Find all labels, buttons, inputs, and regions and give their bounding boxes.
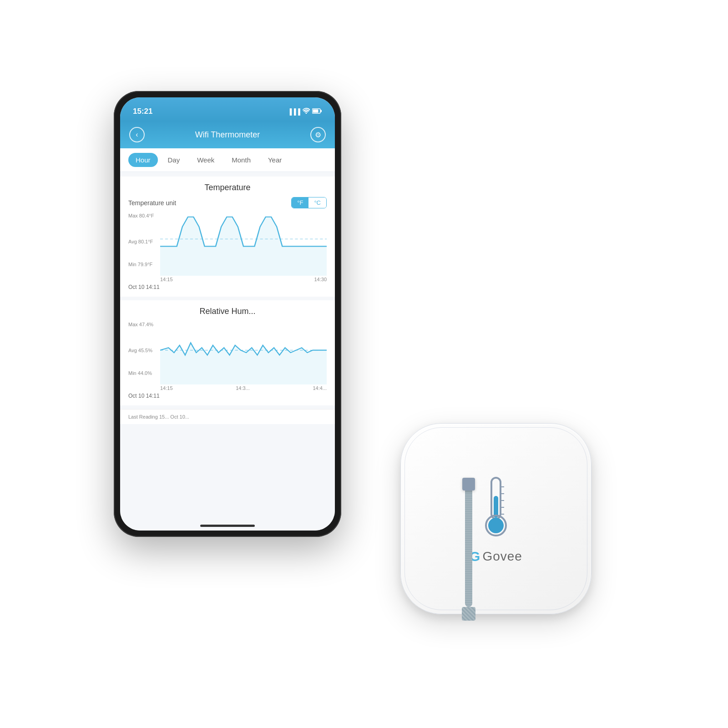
last-reading-bar: Last Reading 15... Oct 10... [120, 409, 335, 424]
svg-marker-4 [160, 217, 327, 276]
humidity-section: Relative Hum... Max 47.4% Avg 45.5% Min … [120, 300, 335, 405]
unit-label: Temperature unit [128, 199, 176, 207]
temp-max-label: Max 80.4°F [128, 213, 154, 218]
svg-rect-2 [313, 109, 318, 112]
temperature-chart-svg [160, 212, 327, 276]
temp-avg-label: Avg 80.1°F [128, 239, 153, 244]
temp-x-labels: 14:15 14:30 [128, 277, 327, 282]
phone-screen: 15:21 ▐▐▐ [120, 97, 335, 531]
header-bar: ‹ Wifi Thermometer ⚙ [120, 121, 335, 148]
phone: 15:21 ▐▐▐ [114, 91, 341, 537]
humidity-chart: Max 47.4% Avg 45.5% Min 44.0% [128, 321, 327, 384]
temp-x-label-2: 14:30 [314, 277, 327, 282]
humidity-chart-svg [160, 321, 327, 384]
tab-hour[interactable]: Hour [128, 153, 158, 167]
back-icon: ‹ [136, 131, 138, 139]
settings-button[interactable]: ⚙ [310, 127, 326, 142]
humidity-title: Relative Hum... [128, 307, 327, 316]
tab-month[interactable]: Month [224, 153, 258, 167]
temperature-section: Temperature Temperature unit °F °C Max 8… [120, 177, 335, 297]
home-indicator [200, 525, 255, 527]
humidity-x-label-3: 14:4... [313, 385, 327, 391]
humidity-min-label: Min 44.0% [128, 370, 152, 376]
scene: 15:21 ▐▐▐ [114, 91, 614, 637]
unit-toggle: °F °C [291, 197, 327, 208]
brand-name: Govee [482, 549, 522, 564]
last-reading-text: Last Reading 15... Oct 10... [128, 414, 189, 420]
temp-reading-date: Oct 10 14:11 [128, 284, 327, 290]
svg-marker-6 [160, 343, 327, 384]
temperature-title: Temperature [128, 183, 327, 192]
strap-cord [465, 480, 472, 607]
tab-year[interactable]: Year [261, 153, 289, 167]
fahrenheit-button[interactable]: °F [292, 197, 308, 208]
strap-end [462, 607, 475, 621]
temp-min-label: Min 79.9°F [128, 262, 152, 267]
humidity-x-label-2: 14:3... [236, 385, 250, 391]
status-time: 15:21 [133, 107, 152, 116]
svg-point-9 [486, 516, 506, 536]
signal-icon: ▐▐▐ [288, 108, 300, 115]
status-icons: ▐▐▐ [288, 108, 322, 115]
svg-rect-1 [321, 110, 322, 112]
strap-knot [462, 478, 475, 490]
gear-icon: ⚙ [315, 131, 321, 139]
humidity-max-label: Max 47.4% [128, 322, 153, 327]
humidity-avg-label: Avg 45.5% [128, 348, 152, 353]
humidity-reading-date: Oct 10 14:11 [128, 393, 327, 399]
screen-content: Temperature Temperature unit °F °C Max 8… [120, 172, 335, 531]
svg-point-10 [488, 518, 504, 533]
tab-bar: Hour Day Week Month Year [120, 148, 335, 172]
svg-rect-7 [491, 478, 500, 519]
unit-row: Temperature unit °F °C [128, 197, 327, 208]
temp-x-label-1: 14:15 [160, 277, 173, 282]
battery-icon [312, 108, 322, 115]
status-bar: 15:21 ▐▐▐ [120, 97, 335, 121]
humidity-x-labels: 14:15 14:3... 14:4... [128, 385, 327, 391]
govee-device: G Govee [400, 423, 605, 628]
device-body: G Govee [400, 423, 592, 614]
tab-week[interactable]: Week [190, 153, 222, 167]
tab-day[interactable]: Day [161, 153, 187, 167]
back-button[interactable]: ‹ [129, 127, 145, 142]
strap [450, 478, 487, 623]
wifi-icon [303, 108, 310, 115]
celsius-button[interactable]: °C [308, 197, 326, 208]
header-title: Wifi Thermometer [195, 130, 260, 140]
temperature-chart: Max 80.4°F Avg 80.1°F Min 79.9°F [128, 212, 327, 276]
humidity-x-label-1: 14:15 [160, 385, 173, 391]
svg-rect-8 [494, 496, 498, 518]
